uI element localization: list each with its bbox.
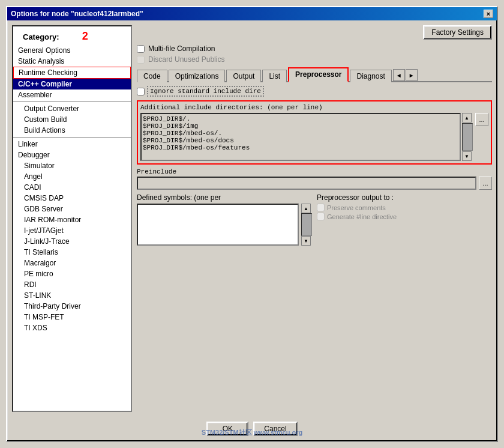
sidebar-item-cadi[interactable]: CADI [13,182,131,193]
sidebar-item-i-jet[interactable]: I-jet/JTAGjet [13,225,131,236]
ignore-standard-label: Ignore standard include dire [147,86,264,97]
defined-symbols-textarea[interactable] [137,204,299,246]
factory-settings-button[interactable]: Factory Settings [423,25,492,40]
sidebar-item-gdb-server[interactable]: GDB Server [13,204,131,214]
sidebar-item-j-link[interactable]: J-Link/J-Trace [13,236,131,247]
include-dirs-scrollbar: ▲ ▼ [462,113,473,161]
include-dirs-inner: $PROJ_DIR$/. $PROJ_DIR$/img $PROJ_DIR$/m… [140,113,473,161]
tab-output[interactable]: Output [226,70,261,82]
ignore-standard-row: Ignore standard include dire [137,86,492,97]
generate-line-checkbox[interactable] [317,213,325,220]
tab-bar: Code Optimizations Output List Preproces… [137,66,492,82]
multifile-compilation-row: Multi-file Compilation [137,44,492,53]
sidebar-item-macraigor[interactable]: Macraigor [13,258,131,268]
content-area: Category: 2 General Options Static Analy… [7,20,497,417]
preinclude-ellipsis-btn[interactable]: ... [479,177,492,190]
sidebar-item-third-party[interactable]: Third-Party Driver [13,301,131,312]
tab-optimizations[interactable]: Optimizations [169,70,226,82]
close-button[interactable]: × [484,10,493,18]
preprocessor-output-section: Preprocessor output to : Preserve commen… [317,193,492,246]
tab-preprocessor[interactable]: Preprocessor [288,67,349,82]
scroll-up-btn[interactable]: ▲ [462,113,472,123]
additional-includes-label: Additional include directories: (one per… [140,104,488,111]
discard-unused-publics-row: Discard Unused Publics [137,55,492,64]
preinclude-section: Preinclude ... [137,168,492,190]
sidebar-item-ti-msp-fet[interactable]: TI MSP-FET [13,312,131,322]
tab-nav-right[interactable]: ► [406,69,418,81]
include-dirs-container: $PROJ_DIR$/. $PROJ_DIR$/img $PROJ_DIR$/m… [140,113,488,161]
sidebar-item-pe-micro[interactable]: PE micro [13,268,131,279]
window-title: Options for node "nucleof412Iarmbed" [11,10,143,18]
bottom-buttons: OK Cancel STM32/STM社区 www.stmcu.org [7,417,497,441]
multifile-compilation-label: Multi-file Compilation [148,44,215,53]
defined-scroll-down[interactable]: ▼ [301,236,311,246]
defined-symbols-label: Defined symbols: (one per [137,193,312,202]
sidebar: Category: 2 General Options Static Analy… [12,25,132,412]
discard-unused-publics-label: Discard Unused Publics [148,55,224,64]
scroll-track [462,123,473,151]
bottom-section: Defined symbols: (one per ▲ ▼ Preprocess… [137,193,492,246]
sidebar-item-st-link[interactable]: ST-LINK [13,290,131,301]
sidebar-item-output-converter[interactable]: Output Converter [13,103,131,114]
scroll-down-btn[interactable]: ▼ [462,151,472,161]
defined-textarea-container: ▲ ▼ [137,204,312,246]
sidebar-item-runtime-checking[interactable]: Runtime Checking [13,67,131,79]
tab-code[interactable]: Code [137,70,167,82]
category-label: Category: [18,29,64,44]
preprocessor-output-options: Preserve comments Generate #line directi… [317,204,492,220]
watermark: STM32/STM社区 www.stmcu.org [202,428,302,437]
sidebar-item-angel[interactable]: Angel [13,171,131,182]
preinclude-input[interactable] [137,177,476,190]
discard-unused-publics-checkbox[interactable] [137,56,145,64]
preinclude-label: Preinclude [137,168,492,175]
sidebar-item-simulator[interactable]: Simulator [13,160,131,171]
sidebar-item-ti-xds[interactable]: TI XDS [13,322,131,333]
tab-list[interactable]: List [262,70,287,82]
ignore-standard-checkbox[interactable] [137,88,145,95]
preserve-comments-option: Preserve comments [317,204,492,211]
tab-content-preprocessor: Ignore standard include dire Additional … [137,86,492,412]
preserve-comments-checkbox[interactable] [317,204,325,211]
sidebar-item-static-analysis[interactable]: Static Analysis [13,56,131,67]
right-panel: Factory Settings Multi-file Compilation … [137,25,492,412]
generate-line-option: Generate #line directive [317,213,492,220]
multifile-compilation-checkbox[interactable] [137,45,145,53]
tab-nav-left[interactable]: ◄ [393,69,405,81]
additional-includes-section: Additional include directories: (one per… [137,100,492,165]
tab-diagnostics[interactable]: Diagnost [350,70,391,82]
preinclude-row: ... [137,177,492,190]
sidebar-item-rdi[interactable]: RDI [13,279,131,290]
sidebar-item-custom-build[interactable]: Custom Build [13,114,131,125]
include-dirs-scrollable: $PROJ_DIR$/. $PROJ_DIR$/img $PROJ_DIR$/m… [140,113,473,161]
preprocessor-output-label: Preprocessor output to : [317,193,492,202]
include-dirs-textarea[interactable]: $PROJ_DIR$/. $PROJ_DIR$/img $PROJ_DIR$/m… [140,113,461,161]
sidebar-item-build-actions[interactable]: Build Actions [13,125,131,136]
category-badge: 2 [82,30,88,43]
defined-symbols-section: Defined symbols: (one per ▲ ▼ [137,193,312,246]
sidebar-item-linker[interactable]: Linker [13,139,131,150]
title-bar: Options for node "nucleof412Iarmbed" × [7,7,497,20]
defined-symbols-scrollbar: ▲ ▼ [301,204,312,246]
sidebar-item-general-options[interactable]: General Options [13,45,131,56]
dialog-window: Options for node "nucleof412Iarmbed" × C… [6,6,498,442]
sidebar-item-assembler[interactable]: Assembler [13,89,131,100]
sidebar-item-iar-rom-monitor[interactable]: IAR ROM-monitor [13,214,131,225]
sidebar-item-cmsis-dap[interactable]: CMSIS DAP [13,193,131,204]
sidebar-item-c-cpp-compiler[interactable]: C/C++ Compiler [13,79,131,89]
additional-includes-ellipsis-btn[interactable]: ... [475,113,488,126]
defined-scroll-up[interactable]: ▲ [301,204,311,213]
defined-scroll-track [301,213,312,236]
sidebar-item-ti-stellaris[interactable]: TI Stellaris [13,247,131,258]
sidebar-item-debugger[interactable]: Debugger [13,150,131,160]
